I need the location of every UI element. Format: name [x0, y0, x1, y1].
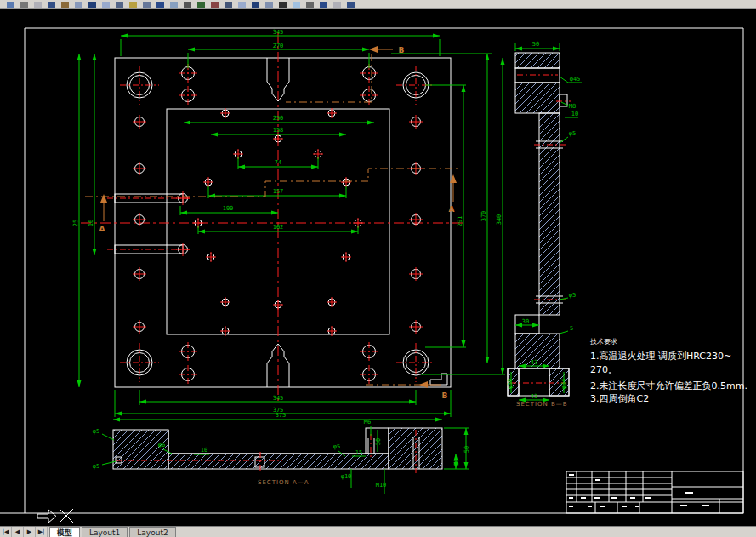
- dim-label: 43: [531, 359, 537, 366]
- toolbar-icon-fragment[interactable]: [293, 2, 300, 8]
- notes-title: 技术要求: [589, 338, 617, 346]
- dim-label: 5: [570, 325, 573, 332]
- notes-line: 1.高温退火处理 调质到HRC230~: [590, 351, 731, 362]
- toolbar-icon-fragment[interactable]: [306, 2, 314, 8]
- toolbar-icon-fragment[interactable]: [320, 2, 327, 8]
- toolbar-icon-fragment[interactable]: [61, 2, 69, 8]
- dim-label: 345: [273, 395, 284, 402]
- toolbar-icon-fragment[interactable]: [211, 2, 219, 8]
- dim-label: φ6: [158, 442, 165, 448]
- toolbar-icon-fragment[interactable]: [48, 2, 55, 8]
- toolbar-icon-fragment[interactable]: [184, 2, 191, 8]
- notes-line: 270。: [590, 364, 617, 375]
- notes-line: 3.四周倒角C2: [590, 393, 649, 404]
- dim-label: φ5: [569, 292, 576, 299]
- dim-label: 10: [201, 447, 207, 454]
- notes-line: 2.未注长度尺寸允许偏差正负0.5mm.: [590, 380, 747, 391]
- section-b-title: SECTION B—B: [516, 401, 568, 408]
- tab-model[interactable]: 模型: [49, 527, 80, 537]
- toolbar-icon-fragment[interactable]: [225, 2, 232, 8]
- dim-label: 74: [275, 159, 281, 166]
- toolbar-icon-fragment[interactable]: [129, 2, 137, 8]
- dim-label: 157: [273, 188, 284, 195]
- dim-label: 345: [273, 29, 284, 36]
- dim-label: 190: [223, 205, 234, 212]
- dim-label: φ45: [570, 76, 581, 83]
- dim-label: 375: [276, 412, 287, 419]
- dim-label: 30: [522, 318, 529, 325]
- dim-label: 158: [273, 127, 284, 134]
- tab-nav-last-button[interactable]: ▶|: [36, 527, 48, 537]
- dim-label: 50: [532, 41, 539, 48]
- toolbar-icon-fragment[interactable]: [34, 2, 42, 8]
- drawing-canvas[interactable]: 345 270 345 375 25 16 291 370 340 250 15…: [0, 9, 756, 526]
- toolbar-icon-fragment[interactable]: [75, 2, 82, 8]
- toolbar-icon-fragment[interactable]: [143, 2, 151, 8]
- toolbar-icon-fragment[interactable]: [333, 2, 341, 8]
- cad-viewport[interactable]: 345 270 345 375 25 16 291 370 340 250 15…: [0, 9, 756, 526]
- dim-label: φ5: [569, 130, 576, 137]
- section-marker-a: A: [449, 205, 455, 214]
- dim-label: φ10: [341, 473, 352, 480]
- toolbar-icon-fragment[interactable]: [265, 2, 273, 8]
- dim-label: φ34: [560, 379, 567, 390]
- dim-label: 30: [375, 438, 382, 445]
- dim-label: 10: [571, 111, 578, 117]
- dim-label: 370: [480, 211, 487, 222]
- dim-label: 291: [457, 216, 463, 227]
- dim-label: φ5: [93, 463, 99, 470]
- toolbar-icon-fragment[interactable]: [347, 2, 355, 8]
- section-marker-a: A: [99, 225, 105, 233]
- dim-label: 20: [453, 459, 460, 466]
- tab-nav-prev-button[interactable]: ◀: [12, 527, 24, 537]
- toolbar-icon-fragment[interactable]: [156, 2, 164, 8]
- toolbar-icon-fragment[interactable]: [170, 2, 178, 8]
- section-marker-b: B: [399, 46, 405, 54]
- dim-label: 15: [355, 449, 362, 456]
- dim-label: φ5: [333, 443, 340, 450]
- toolbar-icon-fragment[interactable]: [116, 2, 123, 8]
- toolbar-icon-fragment[interactable]: [238, 2, 246, 8]
- top-toolbar: [0, 0, 756, 9]
- dim-label: 43: [531, 393, 537, 400]
- toolbar-icon-fragment[interactable]: [88, 2, 96, 8]
- section-marker-b: B: [442, 391, 448, 400]
- dim-label: 25: [72, 220, 79, 226]
- toolbar-icon-fragment[interactable]: [279, 2, 287, 8]
- dim-label: M8: [569, 103, 576, 110]
- toolbar-icon-fragment[interactable]: [197, 2, 205, 8]
- tab-layout1[interactable]: Layout1: [82, 527, 128, 537]
- tab-nav-first-button[interactable]: |◀: [0, 527, 12, 537]
- section-a-title: SECTION A—A: [258, 479, 310, 486]
- dim-label: 50: [463, 446, 470, 453]
- toolbar-icon-fragment[interactable]: [7, 2, 14, 8]
- dim-label: 270: [273, 43, 284, 49]
- dim-label: M6: [364, 419, 371, 426]
- dim-label: 162: [273, 224, 284, 231]
- dim-label: M10: [376, 482, 387, 488]
- toolbar-icon-fragment[interactable]: [102, 2, 110, 8]
- tab-nav-next-button[interactable]: ▶: [24, 527, 36, 537]
- layout-tabbar: |◀ ◀ ▶ ▶| 模型 Layout1 Layout2: [0, 526, 756, 537]
- dim-label: φ30: [507, 379, 514, 390]
- dim-label: 250: [273, 115, 284, 122]
- dim-label: 340: [496, 214, 503, 226]
- toolbar-icon-fragment[interactable]: [20, 2, 28, 8]
- dim-label: φ5: [93, 428, 99, 435]
- toolbar-icon-fragment[interactable]: [252, 2, 259, 8]
- dim-label: 16: [88, 220, 94, 226]
- tab-layout2[interactable]: Layout2: [129, 527, 175, 537]
